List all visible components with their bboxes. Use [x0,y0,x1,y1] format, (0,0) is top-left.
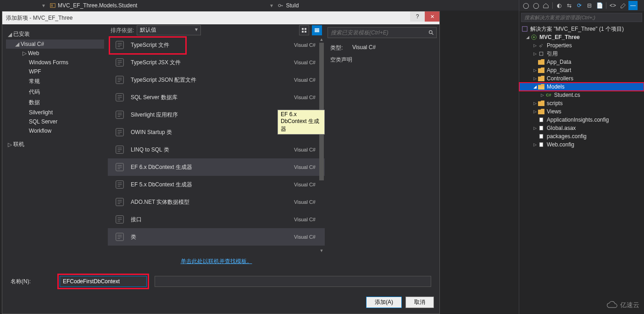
folder-icon [538,67,544,73]
template-row[interactable]: 类Visual C# [108,228,325,246]
tree-wpf[interactable]: WPF [6,67,104,76]
packages-node[interactable]: packages.config [519,132,644,140]
template-row[interactable]: EF 6.x DbContext 生成器Visual C# [108,158,325,176]
home-icon[interactable] [541,1,550,10]
appinsights-node[interactable]: ApplicationInsights.config [519,116,644,124]
references-icon [538,50,545,57]
template-row[interactable]: EF 5.x DbContext 生成器Visual C# [108,176,325,193]
globalasax-node[interactable]: ▷Global.asax [519,124,644,132]
sync-icon[interactable]: ⇆ [565,1,574,10]
property-icon [278,2,284,9]
views-node[interactable]: ▷Views [519,107,644,116]
template-row[interactable]: TypeScript JSX 文件Visual C# [108,54,325,71]
webconfig-node[interactable]: ▷Web.config [519,140,644,149]
folder-icon [538,101,544,106]
back-icon[interactable]: ◯ [521,1,530,10]
code-view-icon[interactable]: <> [608,1,617,10]
explorer-search-input[interactable] [521,13,642,22]
explorer-tree: 解决方案 "MVC_EF_Three" (1 个项目) ◢MVC_EF_Thre… [519,24,644,314]
template-icon [113,161,126,174]
properties-node[interactable]: ▷Properties [519,41,644,50]
view-list-button[interactable] [312,25,322,35]
student-node[interactable]: ▷C#Student.cs [519,91,644,99]
template-tooltip: EF 6.x DbContext 生成器 [278,110,325,135]
tree-web[interactable]: ▷Web [6,49,104,58]
breadcrumb-class[interactable]: MVC_EF_Three.Models.Student [46,2,141,9]
tree-online[interactable]: ▷联机 [6,139,104,150]
tree-workflow[interactable]: Workflow [6,126,104,135]
preview-icon[interactable]: — [628,1,638,10]
name-input[interactable] [60,276,147,287]
appstart-node[interactable]: ▷App_Start [519,66,644,74]
explorer-search-row [519,11,644,24]
detail-type-row: 类型: Visual C# [328,43,437,53]
breadcrumb-class-text: MVC_EF_Three.Models.Student [58,2,137,9]
template-name: LINQ to SQL 类 [131,146,294,154]
tree-sql-server[interactable]: SQL Server [6,117,104,126]
add-new-item-dialog: 添加新项 - MVC_EF_Three ? ✕ ◢已安装 ◢Visual C# … [2,11,440,314]
online-templates-link[interactable]: 单击此处以联机并查找模板。 [181,258,252,264]
scroll-down-icon[interactable]: ▼ [318,247,325,254]
name-highlight-box [57,274,149,289]
template-row[interactable]: LINQ to SQL 类Visual C# [108,141,325,158]
refresh-icon[interactable]: ⟳ [575,1,584,10]
template-lang: Visual C# [294,60,319,65]
details-panel: 类型: Visual C# 空类声明 [325,24,439,269]
config-file-icon [538,141,545,148]
project-icon [530,34,538,41]
tree-data[interactable]: 数据 [6,97,104,108]
template-row[interactable]: 接口Visual C# [108,211,325,228]
template-row[interactable]: TypeScript 文件Visual C# [108,36,325,54]
solution-node[interactable]: 解决方案 "MVC_EF_Three" (1 个项目) [519,25,644,33]
csharp-file-icon: C# [545,91,552,99]
template-lang: Visual C# [294,164,319,170]
showall-icon[interactable]: 📄 [595,1,604,10]
help-button[interactable]: ? [410,11,425,22]
template-row[interactable]: SQL Server 数据库Visual C# [108,89,325,106]
solution-explorer: ◯ ◯ ◐ ⇆ ⟳ ⊟ 📄 <> — 解决方案 "MVC_EF_Three" (… [519,0,644,314]
svg-rect-3 [305,28,306,30]
template-scrollbar[interactable]: ▲ ▼ [318,36,325,254]
folder-icon [538,59,544,65]
tree-visual-csharp[interactable]: ◢Visual C# [6,39,104,49]
tree-silverlight[interactable]: Silverlight [6,108,104,117]
asax-file-icon [538,124,545,132]
properties-icon[interactable] [618,1,627,10]
tree-windows-forms[interactable]: Windows Forms [6,58,104,67]
breadcrumb-arrow: ▾ [41,2,46,9]
tree-code[interactable]: 代码 [6,87,104,97]
close-button[interactable]: ✕ [425,11,439,22]
name-input-extended[interactable] [155,276,431,287]
scroll-up-icon[interactable]: ▲ [318,36,325,43]
references-node[interactable]: ▷引用 [519,50,644,58]
appdata-node[interactable]: App_Data [519,58,644,66]
collapse-icon[interactable]: ⊟ [585,1,594,10]
scope-icon[interactable]: ◐ [555,1,564,10]
view-icons-button[interactable] [299,25,309,35]
online-templates-link-row: 单击此处以联机并查找模板。 [108,254,325,269]
tree-general[interactable]: 常规 [6,76,104,87]
template-name: EF 6.x DbContext 生成器 [131,163,294,171]
controllers-node[interactable]: ▷Controllers [519,74,644,83]
tree-installed[interactable]: ◢已安装 [6,29,104,39]
breadcrumb-member[interactable]: StuId [274,2,302,9]
models-node[interactable]: ◢Models [519,83,644,91]
sort-select[interactable]: 默认值 [137,25,201,35]
template-lang: Visual C# [294,42,319,48]
add-button[interactable]: 添加(A) [366,297,402,308]
cancel-button[interactable]: 取消 [405,297,434,308]
detail-type-label: 类型: [330,44,352,52]
forward-icon[interactable]: ◯ [531,1,540,10]
template-row[interactable]: ADO.NET 实体数据模型Visual C# [108,193,325,211]
template-row[interactable]: TypeScript JSON 配置文件Visual C# [108,71,325,89]
scripts-node[interactable]: ▷scripts [519,99,644,107]
wrench-icon [538,42,545,49]
search-templates-input[interactable] [328,28,426,38]
name-row: 名称(N): [2,269,439,294]
project-node[interactable]: ◢MVC_EF_Three [519,33,644,41]
svg-rect-7 [315,30,319,31]
dialog-titlebar[interactable]: 添加新项 - MVC_EF_Three ? ✕ [2,11,439,24]
solution-icon [521,25,528,33]
svg-rect-2 [302,28,304,30]
search-icon[interactable] [426,28,436,38]
